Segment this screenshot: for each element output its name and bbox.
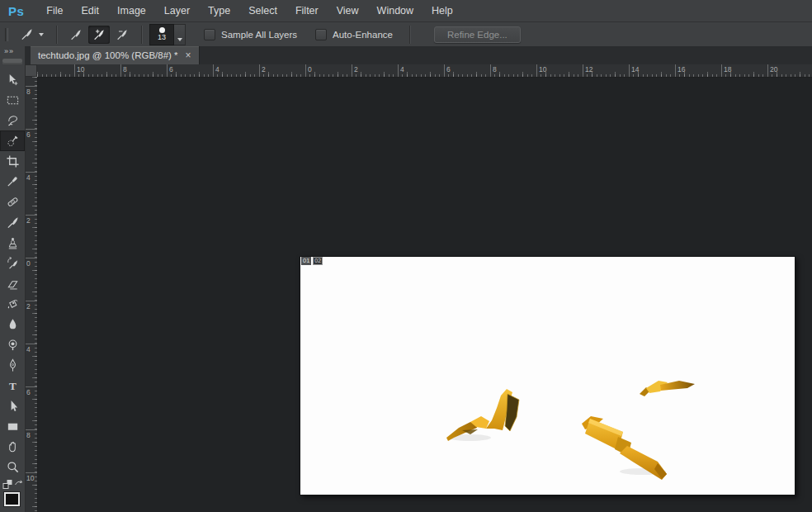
ruler-tick xyxy=(629,64,630,77)
shape-tool-icon xyxy=(6,420,20,434)
default-colors-icon[interactable] xyxy=(2,479,13,490)
marquee-tool-icon xyxy=(6,93,20,107)
lasso-tool-icon xyxy=(6,113,20,127)
type-tool[interactable]: T xyxy=(0,376,25,396)
quick-selection-tool[interactable] xyxy=(0,130,25,151)
color-swatch-area xyxy=(0,479,25,512)
ruler-label: 8 xyxy=(26,431,31,439)
canvas-area[interactable]: 01 02 xyxy=(37,77,812,512)
menu-item-window[interactable]: Window xyxy=(368,5,423,17)
brush-size-widget[interactable]: 13 xyxy=(149,24,186,45)
dodge-tool[interactable] xyxy=(0,334,25,355)
document-tab[interactable]: techtudo.jpg @ 100% (RGB/8#) * × xyxy=(31,46,200,64)
ruler-tick xyxy=(167,64,168,77)
eyedropper-tool-icon xyxy=(6,174,20,188)
new-selection-button[interactable] xyxy=(65,26,87,44)
foreground-color-swatch[interactable] xyxy=(4,492,20,506)
ruler-tick xyxy=(25,386,37,387)
add-to-selection-button[interactable] xyxy=(88,26,110,44)
separator xyxy=(409,26,410,44)
document-tab-bar: techtudo.jpg @ 100% (RGB/8#) * × xyxy=(25,46,812,64)
swap-colors-icon[interactable] xyxy=(14,479,23,487)
collapse-panel-icon[interactable]: »» xyxy=(0,46,14,56)
ruler-tick xyxy=(259,64,260,77)
sample-all-layers-checkbox[interactable] xyxy=(204,29,215,40)
options-bar-grip[interactable] xyxy=(5,28,8,41)
ruler-label: 2 xyxy=(26,216,31,225)
vertical-ruler[interactable]: 86420246810 xyxy=(25,77,38,512)
ruler-label: 16 xyxy=(677,65,685,73)
ruler-tick xyxy=(25,215,37,216)
clone-stamp-tool[interactable] xyxy=(0,233,25,254)
path-selection-tool-icon xyxy=(6,399,20,413)
menu-item-file[interactable]: File xyxy=(37,5,72,17)
clone-stamp-tool-icon xyxy=(6,236,20,250)
subtract-from-selection-button[interactable] xyxy=(111,26,133,44)
move-tool[interactable] xyxy=(0,69,25,90)
menu-item-select[interactable]: Select xyxy=(239,5,286,17)
horizontal-ruler[interactable]: 1086420246810121416182022 xyxy=(37,64,812,78)
healing-brush-tool-icon xyxy=(6,195,20,209)
ruler-origin-corner[interactable] xyxy=(25,64,37,77)
auto-enhance-checkbox[interactable] xyxy=(315,29,327,40)
close-icon[interactable]: × xyxy=(186,50,191,60)
pen-tool[interactable] xyxy=(0,355,25,376)
menu-item-help[interactable]: Help xyxy=(423,5,462,17)
healing-brush-tool[interactable] xyxy=(0,192,25,212)
ruler-tick xyxy=(25,472,37,473)
ruler-label: 14 xyxy=(631,65,639,73)
crop-tool[interactable] xyxy=(0,151,25,172)
path-selection-tool[interactable] xyxy=(0,396,25,416)
ruler-label: 4 xyxy=(400,65,404,73)
lasso-tool[interactable] xyxy=(0,110,25,130)
ruler-label: 2 xyxy=(26,302,31,311)
ruler-tick xyxy=(213,64,214,77)
gold-ribbons-image xyxy=(300,257,795,495)
tool-preset-picker[interactable] xyxy=(15,26,49,44)
type-tool-icon: T xyxy=(6,379,20,393)
refine-edge-button[interactable]: Refine Edge... xyxy=(434,26,521,43)
menu-item-type[interactable]: Type xyxy=(199,5,239,17)
ruler-label: 0 xyxy=(26,259,31,268)
ruler-tick xyxy=(721,64,722,77)
brush-plus-icon xyxy=(92,28,106,41)
ruler-label: 20 xyxy=(770,65,777,73)
sample-all-layers-option: Sample All Layers xyxy=(204,29,297,40)
ruler-tick xyxy=(536,64,537,77)
zoom-tool-icon xyxy=(6,460,20,474)
menu-item-layer[interactable]: Layer xyxy=(155,5,199,17)
ruler-tick xyxy=(352,64,352,77)
history-brush-tool[interactable] xyxy=(0,253,25,273)
ruler-label: 8 xyxy=(26,88,31,96)
ruler-tick xyxy=(25,429,37,430)
move-tool-icon xyxy=(6,73,20,87)
eraser-tool[interactable] xyxy=(0,273,25,294)
menu-item-edit[interactable]: Edit xyxy=(73,5,109,17)
ruler-label: 10 xyxy=(539,65,546,73)
blur-tool[interactable] xyxy=(0,315,25,335)
frame-badge-01: 01 xyxy=(301,257,311,265)
marquee-tool[interactable] xyxy=(0,90,25,111)
ruler-tick xyxy=(490,64,491,77)
shape-tool[interactable] xyxy=(0,416,25,437)
hand-tool-icon xyxy=(6,440,20,454)
brush-tool[interactable] xyxy=(0,212,25,233)
tools-panel-grip[interactable] xyxy=(2,59,22,64)
ruler-tick xyxy=(305,64,306,77)
ruler-tick xyxy=(120,64,121,77)
auto-enhance-option: Auto-Enhance xyxy=(315,29,393,40)
hand-tool[interactable] xyxy=(0,437,25,457)
gradient-tool[interactable] xyxy=(0,294,25,315)
history-brush-tool-icon xyxy=(6,256,20,270)
menu-item-image[interactable]: Image xyxy=(108,5,155,17)
menu-item-view[interactable]: View xyxy=(328,5,368,17)
menu-item-filter[interactable]: Filter xyxy=(286,5,328,17)
ruler-label: 8 xyxy=(123,65,127,73)
brush-size-dropdown[interactable] xyxy=(174,24,186,45)
eyedropper-tool[interactable] xyxy=(0,172,25,192)
chevron-down-icon xyxy=(177,38,182,41)
zoom-tool[interactable] xyxy=(0,457,25,478)
document-canvas[interactable]: 01 02 xyxy=(300,256,795,495)
brush-size-preview[interactable]: 13 xyxy=(149,24,174,45)
ribbon-left xyxy=(446,389,519,441)
